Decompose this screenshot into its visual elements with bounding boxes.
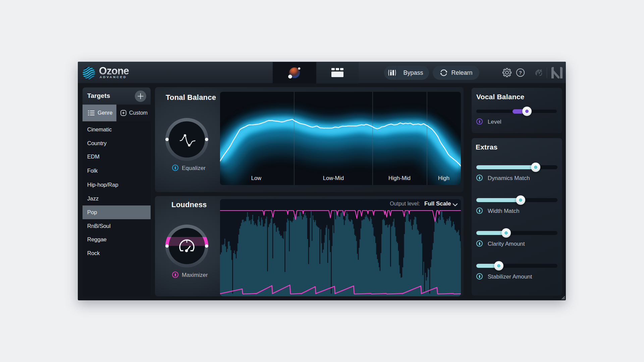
svg-text:Low: Low <box>251 175 261 181</box>
svg-text:High: High <box>438 175 449 181</box>
svg-text:?: ? <box>519 70 522 75</box>
svg-text:High-Mid: High-Mid <box>388 175 411 181</box>
svg-text:Low-Mid: Low-Mid <box>323 175 344 181</box>
